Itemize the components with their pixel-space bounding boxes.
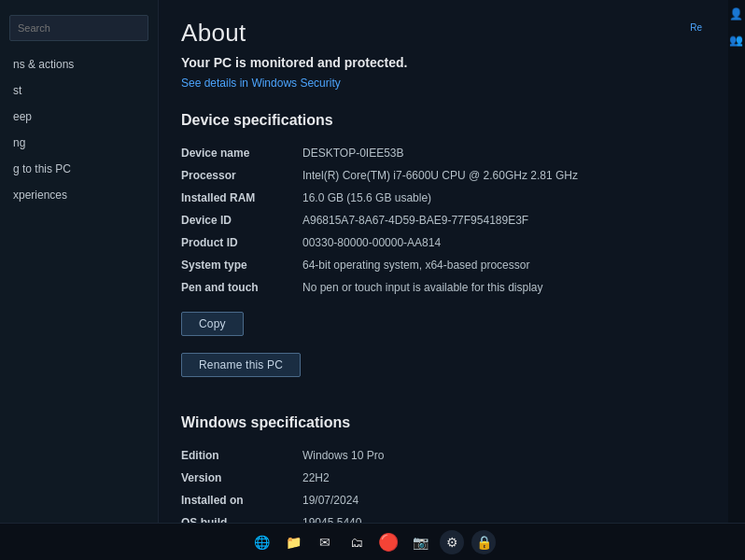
table-row: Device name DESKTOP-0IEE53B: [181, 142, 702, 164]
taskbar-icon-files[interactable]: 📁: [281, 530, 305, 554]
sidebar-item-st[interactable]: st: [0, 78, 158, 103]
spec-value: Intel(R) Core(TM) i7-6600U CPU @ 2.60GHz…: [302, 164, 702, 187]
sidebar-item-label: xperiences: [13, 189, 67, 202]
spec-label: System type: [181, 254, 302, 276]
table-row: Version 22H2: [181, 467, 702, 489]
sidebar: ns & actions st eep ng g to this PC xper…: [0, 0, 159, 560]
sidebar-item-label: g to this PC: [13, 162, 71, 175]
device-section-title: Device specifications: [181, 112, 702, 129]
spec-label: Version: [181, 467, 302, 489]
main-content: About Re Your PC is monitored and protec…: [159, 0, 728, 560]
taskbar-icon-mail[interactable]: ✉: [313, 530, 337, 554]
taskbar-icon-folder[interactable]: 🗂: [344, 530, 369, 554]
table-row: Processor Intel(R) Core(TM) i7-6600U CPU…: [181, 164, 702, 187]
spec-value: Windows 10 Pro: [302, 444, 702, 467]
spec-value: 19/07/2024: [302, 489, 702, 511]
sidebar-item-label: ns & actions: [13, 58, 74, 71]
sidebar-item-label: ng: [13, 136, 25, 149]
sidebar-item-label: eep: [13, 110, 32, 123]
device-specs-table: Device name DESKTOP-0IEE53B Processor In…: [181, 142, 702, 299]
spec-value: 00330-80000-00000-AA814: [302, 231, 702, 254]
table-row: System type 64-bit operating system, x64…: [181, 254, 702, 276]
sidebar-item-tothispc[interactable]: g to this PC: [0, 157, 158, 181]
search-input[interactable]: [18, 22, 140, 34]
right-sidebar: 👤 👥: [728, 0, 745, 560]
refresh-label[interactable]: Re: [690, 22, 702, 33]
windows-section-title: Windows specifications: [181, 414, 702, 431]
spec-label: Device name: [181, 142, 302, 164]
rename-button[interactable]: Rename this PC: [181, 353, 301, 377]
taskbar-icon-red[interactable]: 🔴: [376, 530, 401, 554]
sidebar-item-eep[interactable]: eep: [0, 105, 158, 129]
taskbar-icon-camera[interactable]: 📷: [408, 530, 432, 554]
user-icon[interactable]: 👤: [729, 7, 744, 22]
spec-label: Edition: [181, 444, 302, 467]
users-icon[interactable]: 👥: [729, 34, 744, 49]
sidebar-item-experiences[interactable]: xperiences: [0, 183, 158, 207]
table-row: Device ID A96815A7-8A67-4D59-BAE9-77F954…: [181, 209, 702, 231]
protection-status: Your PC is monitored and protected.: [181, 55, 702, 70]
copy-button[interactable]: Copy: [181, 312, 244, 336]
taskbar-icon-lock[interactable]: 🔒: [471, 530, 496, 554]
spec-label: Device ID: [181, 209, 302, 231]
spec-value: 16.0 GB (15.6 GB usable): [302, 187, 702, 209]
spec-value: DESKTOP-0IEE53B: [302, 142, 702, 164]
spec-label: Pen and touch: [181, 276, 302, 299]
sidebar-item-actions[interactable]: ns & actions: [0, 52, 158, 77]
spec-value: 22H2: [302, 467, 702, 489]
spec-label: Installed RAM: [181, 187, 302, 209]
taskbar-icon-browser[interactable]: 🌐: [249, 530, 274, 554]
table-row: Installed on 19/07/2024: [181, 489, 702, 511]
page-title: About: [181, 19, 246, 48]
spec-value: A96815A7-8A67-4D59-BAE9-77F954189E3F: [302, 209, 702, 231]
table-row: Product ID 00330-80000-00000-AA814: [181, 231, 702, 254]
sidebar-item-ng[interactable]: ng: [0, 131, 158, 155]
table-row: Pen and touch No pen or touch input is a…: [181, 276, 702, 299]
see-details-link[interactable]: See details in Windows Security: [181, 77, 341, 90]
spec-value: 64-bit operating system, x64-based proce…: [302, 254, 702, 276]
spec-value: No pen or touch input is available for t…: [302, 276, 702, 299]
taskbar: 🌐 📁 ✉ 🗂 🔴 📷 ⚙ 🔒: [0, 523, 745, 560]
table-row: Installed RAM 16.0 GB (15.6 GB usable): [181, 187, 702, 209]
sidebar-search[interactable]: [9, 15, 148, 41]
table-row: Edition Windows 10 Pro: [181, 444, 702, 467]
spec-label: Processor: [181, 164, 302, 187]
spec-label: Installed on: [181, 489, 302, 511]
taskbar-icon-settings[interactable]: ⚙: [440, 530, 464, 554]
spec-label: Product ID: [181, 231, 302, 254]
sidebar-nav: ns & actions st eep ng g to this PC xper…: [0, 52, 158, 560]
sidebar-item-label: st: [13, 84, 21, 97]
